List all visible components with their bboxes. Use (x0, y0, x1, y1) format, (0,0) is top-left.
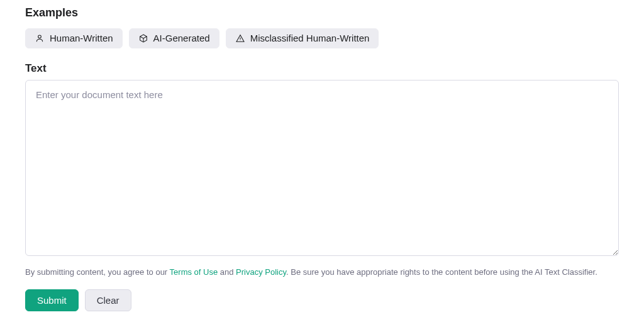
chip-label: Misclassified Human-Written (250, 33, 370, 44)
example-chips-row: Human-Written AI-Generated Misclassi (25, 28, 619, 48)
document-text-input[interactable] (25, 80, 619, 256)
warning-triangle-icon (235, 33, 245, 43)
privacy-policy-link[interactable]: Privacy Policy (236, 267, 286, 277)
cube-icon (138, 33, 148, 43)
svg-point-0 (38, 35, 42, 38)
svg-point-2 (240, 40, 240, 41)
disclaimer-text: By submitting content, you agree to our … (25, 265, 619, 279)
clear-button[interactable]: Clear (85, 289, 131, 311)
chip-human-written[interactable]: Human-Written (25, 28, 123, 48)
page-root: Examples Human-Written AI-Generated (0, 0, 644, 322)
person-icon (35, 33, 45, 43)
disclaimer-post: . Be sure you have appropriate rights to… (286, 267, 597, 277)
chip-label: AI-Generated (153, 33, 210, 44)
chip-label: Human-Written (50, 33, 113, 44)
chip-misclassified-human-written[interactable]: Misclassified Human-Written (226, 28, 379, 48)
chip-ai-generated[interactable]: AI-Generated (129, 28, 219, 48)
disclaimer-pre: By submitting content, you agree to our (25, 267, 170, 277)
terms-of-use-link[interactable]: Terms of Use (170, 267, 218, 277)
disclaimer-mid: and (218, 267, 236, 277)
submit-button[interactable]: Submit (25, 289, 79, 311)
examples-heading: Examples (25, 6, 619, 19)
text-label: Text (25, 62, 619, 75)
action-button-row: Submit Clear (25, 289, 619, 311)
